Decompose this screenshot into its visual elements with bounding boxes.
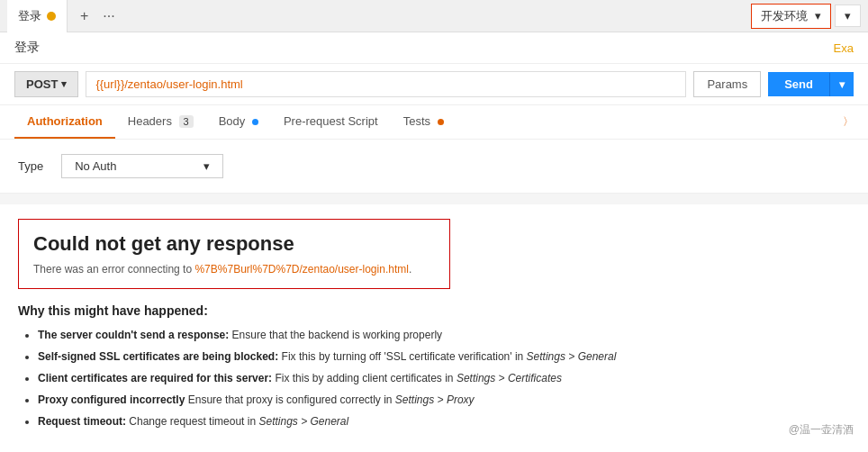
tab-headers-label: Headers xyxy=(128,114,172,128)
send-button[interactable]: Send ▾ xyxy=(768,72,854,96)
send-arrow-icon[interactable]: ▾ xyxy=(829,73,854,96)
params-button[interactable]: Params xyxy=(693,71,761,97)
method-button[interactable]: POST ▾ xyxy=(14,71,78,97)
tab-label: 登录 xyxy=(18,8,41,24)
url-input[interactable] xyxy=(86,71,686,97)
env-selector[interactable]: 开发环境 ▾ xyxy=(751,4,831,29)
auth-type-select[interactable]: No Auth ▾ xyxy=(61,154,223,178)
tab-dot-indicator xyxy=(47,12,56,21)
env-dropdown[interactable]: ▾ xyxy=(835,5,861,27)
tab-tests-label: Tests xyxy=(403,114,430,128)
request-name: 登录 xyxy=(14,40,40,56)
headers-badge: 3 xyxy=(179,115,194,128)
why-list: The server couldn't send a response: Ens… xyxy=(18,327,850,429)
error-url-link[interactable]: %7B%7Burl%7D%7D/zentao/user-login.html xyxy=(194,263,408,276)
add-tab-button[interactable]: + xyxy=(75,6,94,26)
tab-authorization[interactable]: Authorization xyxy=(14,105,115,139)
request-tab[interactable]: 登录 xyxy=(7,0,68,32)
watermark-text: @温一壶清酒 xyxy=(789,423,854,436)
list-item: Proxy configured incorrectly Ensure that… xyxy=(38,392,850,408)
tests-dot-icon xyxy=(438,119,444,125)
tab-pre-request-label: Pre-request Script xyxy=(284,114,378,128)
error-title: Could not get any response xyxy=(33,232,435,256)
request-title-bar: 登录 Exa xyxy=(0,32,868,64)
why-item-4-text: Change request timeout in xyxy=(129,415,258,428)
why-item-4-bold: Request timeout: xyxy=(38,415,126,428)
list-item: Client certificates are required for thi… xyxy=(38,370,850,386)
why-title: Why this might have happened: xyxy=(18,303,850,318)
auth-type-value: No Auth xyxy=(75,159,116,173)
env-chevron-icon: ▾ xyxy=(815,9,821,23)
auth-section: Type No Auth ▾ xyxy=(0,140,868,194)
body-dot-icon xyxy=(252,119,258,125)
tab-body[interactable]: Body xyxy=(206,105,271,139)
tab-pre-request[interactable]: Pre-request Script xyxy=(271,105,391,139)
top-bar: 登录 + ··· 开发环境 ▾ ▾ xyxy=(0,0,868,32)
env-dropdown-arrow-icon: ▾ xyxy=(845,9,851,23)
tab-headers[interactable]: Headers 3 xyxy=(115,105,206,139)
why-item-2-bold: Client certificates are required for thi… xyxy=(38,372,272,384)
error-box: Could not get any response There was an … xyxy=(18,219,450,289)
tab-authorization-label: Authorization xyxy=(27,114,103,128)
why-item-1-bold: Self-signed SSL certificates are being b… xyxy=(38,350,278,363)
why-item-1-settings: Settings > General xyxy=(527,350,617,363)
list-item: The server couldn't send a response: Ens… xyxy=(38,327,850,343)
why-item-2-text: Fix this by adding client certificates i… xyxy=(275,372,456,384)
tab-tests[interactable]: Tests xyxy=(391,105,457,139)
params-label: Params xyxy=(707,77,747,91)
why-item-4-settings: Settings > General xyxy=(258,415,348,428)
more-options-button[interactable]: ··· xyxy=(97,6,120,26)
watermark: @温一壶清酒 xyxy=(789,422,854,438)
list-item: Self-signed SSL certificates are being b… xyxy=(38,348,850,365)
tabs-right-action[interactable]: 〉 xyxy=(843,114,854,130)
error-desc-prefix: There was an error connecting to xyxy=(33,263,194,276)
list-item: Request timeout: Change request timeout … xyxy=(38,413,850,429)
error-description: There was an error connecting to %7B%7Bu… xyxy=(33,263,435,276)
tabs-bar: Authorization Headers 3 Body Pre-request… xyxy=(0,105,868,140)
why-item-3-text: Ensure that proxy is configured correctl… xyxy=(188,393,395,406)
method-label: POST xyxy=(26,77,58,91)
auth-type-label: Type xyxy=(18,159,43,173)
examples-link[interactable]: Exa xyxy=(834,41,854,55)
send-label: Send xyxy=(768,72,829,96)
why-item-0-bold: The server couldn't send a response: xyxy=(38,329,229,341)
response-area: Could not get any response There was an … xyxy=(0,204,868,452)
auth-chevron-icon: ▾ xyxy=(203,159,210,173)
error-desc-suffix: . xyxy=(409,263,411,276)
why-item-0-text: Ensure that the backend is working prope… xyxy=(232,329,442,341)
tab-body-label: Body xyxy=(219,114,246,128)
url-bar: POST ▾ Params Send ▾ xyxy=(0,64,868,105)
top-bar-actions: + ··· xyxy=(68,6,128,26)
why-item-3-settings: Settings > Proxy xyxy=(395,393,475,406)
why-section: Why this might have happened: The server… xyxy=(18,303,850,442)
method-chevron-icon: ▾ xyxy=(61,78,67,90)
why-item-2-settings: Settings > Certificates xyxy=(457,372,562,384)
why-item-1-text: Fix this by turning off 'SSL certificate… xyxy=(282,350,527,363)
why-item-3-bold: Proxy configured incorrectly xyxy=(38,393,185,406)
env-label: 开发环境 xyxy=(761,8,808,24)
